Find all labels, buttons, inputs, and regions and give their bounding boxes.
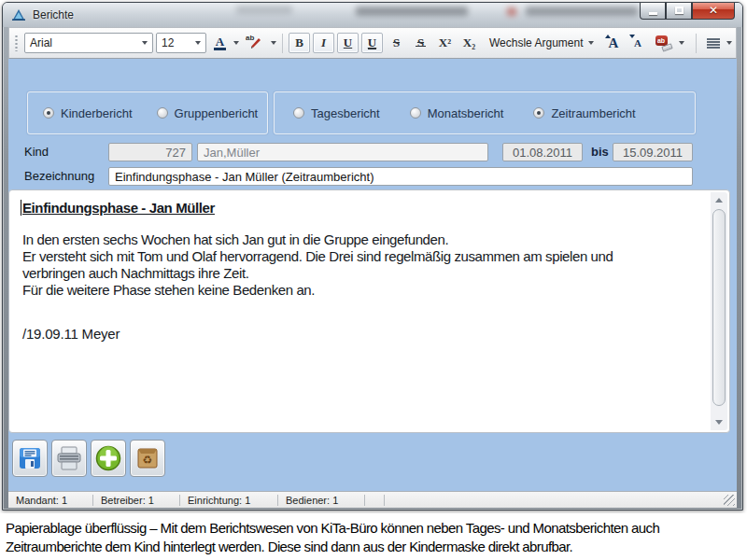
- add-icon: [95, 445, 121, 471]
- align-left-icon: [707, 38, 720, 49]
- resize-grip[interactable]: [724, 495, 735, 506]
- print-icon: [56, 446, 82, 470]
- highlight-button[interactable]: ab: [242, 33, 268, 53]
- caption-area: Papierablage überflüssig – Mit dem Beric…: [0, 513, 747, 560]
- aero-blur-decoration: [236, 6, 292, 14]
- report-text-editor[interactable]: Einfindungsphase - Jan Müller In den ers…: [8, 189, 730, 433]
- radio-tagesbericht[interactable]: Tagesbericht: [293, 106, 380, 120]
- radio-gruppenbericht[interactable]: Gruppenbericht: [157, 106, 259, 120]
- maximize-icon: [675, 7, 684, 14]
- save-button[interactable]: [12, 440, 48, 477]
- report-signature: /19.09.11 Meyer: [22, 326, 692, 342]
- shrink-font-button[interactable]: A: [627, 33, 649, 53]
- font-size-value: 12: [162, 36, 174, 49]
- recycle-button[interactable]: ♻: [130, 440, 165, 477]
- caption-text: Papierablage überflüssig – Mit dem Beric…: [0, 513, 747, 556]
- aero-blur-decoration: [526, 7, 638, 16]
- content-area: Kinderbericht Gruppenbericht Tagesberich…: [8, 59, 737, 491]
- aero-blur-decoration: [356, 7, 468, 16]
- radio-icon: [43, 107, 54, 119]
- bis-label: bis: [591, 145, 609, 159]
- radio-icon: [533, 107, 544, 119]
- print-button[interactable]: [51, 440, 87, 477]
- window-title: Berichte: [33, 8, 74, 21]
- app-window: Berichte ✕ Arial 12 A: [2, 2, 743, 511]
- svg-text:♻: ♻: [143, 454, 153, 467]
- close-button[interactable]: ✕: [692, 3, 735, 20]
- font-family-select[interactable]: Arial: [24, 33, 153, 53]
- font-size-select[interactable]: 12: [156, 33, 206, 53]
- shrink-font-icon: [629, 35, 635, 38]
- report-paragraph: Er versteht sich mit Tom und Olaf hervor…: [22, 248, 650, 282]
- bezeichnung-input[interactable]: Einfindungsphase - Jan Müller (Zeitraumb…: [108, 167, 693, 186]
- status-mandant: Mandant: 1: [16, 495, 92, 506]
- chevron-down-icon: [588, 41, 594, 45]
- report-period-group: Tagesbericht Monatsbericht Zeitraumberic…: [274, 91, 696, 134]
- bezeichnung-label: Bezeichnung: [24, 169, 94, 183]
- minimize-icon: [649, 12, 657, 15]
- subscript-button[interactable]: X₂: [458, 33, 480, 53]
- radio-monatsbericht[interactable]: Monatsbericht: [410, 106, 504, 120]
- underline-button[interactable]: U: [337, 33, 359, 53]
- text-cursor: [21, 200, 21, 216]
- title-bar[interactable]: Berichte ✕: [3, 3, 742, 27]
- chevron-down-icon: [142, 41, 148, 45]
- chevron-down-icon: [195, 41, 201, 45]
- window-controls: ✕: [640, 3, 735, 20]
- grow-font-button[interactable]: A: [603, 33, 625, 53]
- scroll-down-icon[interactable]: [711, 414, 727, 430]
- kind-id-field[interactable]: 727: [108, 143, 192, 161]
- radio-icon: [293, 107, 304, 119]
- format-toolbar: Arial 12 A ab: [8, 27, 737, 59]
- font-color-button[interactable]: A: [209, 33, 231, 53]
- radio-icon: [410, 107, 421, 119]
- grow-font-icon: [605, 35, 611, 38]
- report-paragraph: Für die weitere Phase stehen keine Beden…: [22, 282, 650, 299]
- strikethrough-button[interactable]: S: [386, 33, 407, 53]
- toolbar-grip[interactable]: [14, 35, 19, 51]
- spellcheck-dropdown[interactable]: [679, 41, 684, 45]
- toolbar-separator: [696, 34, 697, 53]
- kind-name-field[interactable]: Jan,Müller: [197, 143, 488, 161]
- font-color-icon: A: [216, 36, 224, 47]
- spellcheck-icon: ab: [655, 35, 672, 50]
- status-einrichtung: Einrichtung: 1: [188, 495, 277, 506]
- double-underline-button[interactable]: U: [361, 33, 383, 53]
- bold-button[interactable]: B: [289, 33, 310, 53]
- report-subject-group: Kinderbericht Gruppenbericht: [27, 91, 268, 134]
- editor-scrollbar[interactable]: [711, 192, 727, 430]
- save-icon: [18, 446, 42, 470]
- scrollbar-thumb[interactable]: [712, 209, 726, 406]
- maximize-button[interactable]: [666, 3, 692, 20]
- editor-document[interactable]: Einfindungsphase - Jan Müller In den ers…: [22, 200, 692, 425]
- kind-label: Kind: [24, 145, 49, 159]
- date-from-field[interactable]: 01.08.2011: [502, 143, 583, 161]
- wechsle-argument-dropdown[interactable]: Wechsle Argument: [483, 33, 600, 53]
- add-button[interactable]: [91, 440, 126, 477]
- font-color-dropdown[interactable]: [233, 41, 239, 45]
- minimize-button[interactable]: [640, 3, 666, 20]
- date-to-field[interactable]: 15.09.2011: [613, 143, 693, 161]
- radio-zeitraumbericht[interactable]: Zeitraumbericht: [533, 106, 635, 120]
- highlight-icon: ab: [246, 35, 264, 51]
- radio-kinderbericht[interactable]: Kinderbericht: [43, 106, 133, 120]
- screenshot: Berichte ✕ Arial 12 A: [0, 0, 747, 560]
- align-dropdown[interactable]: [726, 41, 732, 45]
- status-bediener: Bediener: 1: [286, 495, 364, 506]
- status-betreiber: Betreiber: 1: [101, 495, 179, 506]
- scroll-up-icon[interactable]: [711, 192, 727, 208]
- align-button[interactable]: [702, 33, 724, 53]
- spellcheck-button[interactable]: ab: [652, 33, 676, 53]
- close-icon: ✕: [709, 5, 718, 16]
- toolbar-separator: [282, 34, 283, 53]
- status-bar: Mandant: 1 Betreiber: 1 Einrichtung: 1 B…: [8, 491, 737, 508]
- app-icon: [12, 8, 26, 21]
- italic-button[interactable]: I: [313, 33, 334, 53]
- superscript-button[interactable]: X²: [434, 33, 456, 53]
- radio-icon: [157, 107, 168, 119]
- report-heading: Einfindungsphase - Jan Müller: [22, 200, 692, 216]
- font-family-value: Arial: [30, 36, 52, 49]
- recycle-icon: ♻: [135, 446, 160, 470]
- double-strikethrough-button[interactable]: S: [410, 33, 431, 53]
- highlight-dropdown[interactable]: [271, 41, 276, 45]
